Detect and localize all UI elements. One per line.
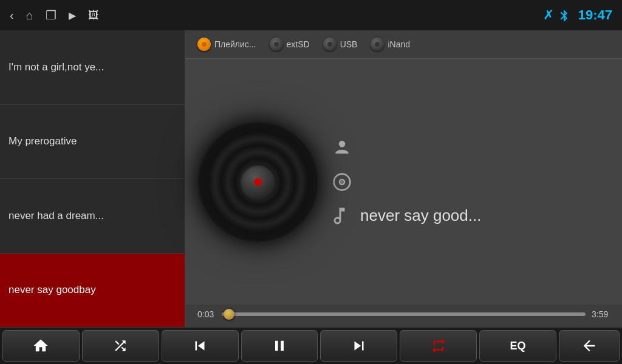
- next-icon: [350, 337, 368, 355]
- shuffle-button[interactable]: [82, 330, 159, 362]
- main-content: I'm not a girl,not ye... My prerogative …: [0, 30, 622, 328]
- source-label-inand: iNand: [388, 39, 410, 49]
- source-tab-inand[interactable]: iNand: [367, 36, 414, 52]
- playlist-item-4[interactable]: never say goodbay: [0, 254, 185, 328]
- bottom-bar: EQ: [0, 328, 622, 364]
- album-row: [331, 171, 353, 193]
- album-icon: [331, 171, 353, 193]
- prev-icon: [191, 337, 209, 355]
- source-tab-playlist[interactable]: Плейлис...: [194, 36, 260, 52]
- eq-button[interactable]: EQ: [479, 330, 556, 362]
- radio-dot-inand: [371, 38, 384, 51]
- svg-point-0: [339, 141, 346, 147]
- radio-dot-extsd: [270, 38, 283, 51]
- repeat-button[interactable]: [400, 330, 477, 362]
- total-time: 3:59: [592, 309, 610, 319]
- back-icon: [581, 337, 598, 354]
- vinyl-disc: [197, 121, 319, 243]
- artist-row: [331, 137, 353, 159]
- progress-track[interactable]: [222, 312, 586, 316]
- source-tab-extsd[interactable]: extSD: [266, 36, 313, 52]
- progress-bar-container: 0:03 3:59: [197, 309, 610, 319]
- radio-dot-usb: [323, 38, 337, 51]
- status-bar-left: ‹ ⌂ ❐ ▶ 🖼: [10, 8, 99, 22]
- source-label-playlist: Плейлис...: [214, 39, 256, 49]
- person-svg: [332, 138, 352, 158]
- source-label-extsd: extSD: [287, 39, 310, 49]
- bluetooth-icon: ✗: [543, 7, 571, 23]
- eq-label: EQ: [510, 340, 526, 352]
- playlist-item-2[interactable]: My prerogative: [0, 105, 185, 180]
- window-nav-icon[interactable]: ❐: [46, 8, 56, 22]
- home-icon: [32, 337, 49, 354]
- play-nav-icon[interactable]: ▶: [69, 10, 76, 21]
- player-main: never say good...: [185, 59, 622, 305]
- disc-svg: [332, 172, 352, 192]
- track-info: never say good...: [331, 137, 610, 227]
- prev-button[interactable]: [162, 330, 239, 362]
- image-nav-icon[interactable]: 🖼: [88, 9, 99, 22]
- pause-icon: [271, 337, 288, 354]
- source-label-usb: USB: [340, 39, 358, 49]
- playlist-item-1[interactable]: I'm not a girl,not ye...: [0, 30, 185, 105]
- home-nav-icon[interactable]: ⌂: [26, 8, 33, 22]
- time-display: 19:47: [578, 7, 612, 23]
- player-area: Плейлис... extSD USB iNand: [185, 30, 622, 328]
- source-tabs: Плейлис... extSD USB iNand: [185, 30, 622, 59]
- next-button[interactable]: [320, 330, 397, 362]
- back-button[interactable]: [559, 330, 620, 362]
- pause-button[interactable]: [241, 330, 318, 362]
- music-note-icon: [331, 205, 353, 227]
- radio-dot-playlist: [197, 38, 211, 51]
- artist-icon: [331, 137, 353, 159]
- track-name: never say good...: [360, 206, 481, 225]
- progress-thumb[interactable]: [224, 309, 234, 320]
- current-time: 0:03: [197, 309, 216, 319]
- music-note-svg: [331, 205, 353, 227]
- playlist: I'm not a girl,not ye... My prerogative …: [0, 30, 185, 328]
- svg-point-3: [341, 181, 343, 183]
- playlist-item-3[interactable]: never had a dream...: [0, 179, 185, 254]
- back-nav-icon[interactable]: ‹: [10, 8, 14, 22]
- status-bar: ‹ ⌂ ❐ ▶ 🖼 ✗ 19:47: [0, 0, 622, 30]
- status-bar-right: ✗ 19:47: [543, 7, 612, 23]
- shuffle-icon: [112, 338, 128, 354]
- repeat-icon: [430, 337, 447, 354]
- track-name-row: never say good...: [331, 205, 481, 227]
- source-tab-usb[interactable]: USB: [320, 36, 361, 52]
- progress-area: 0:03 3:59: [185, 305, 622, 328]
- home-button[interactable]: [2, 330, 80, 362]
